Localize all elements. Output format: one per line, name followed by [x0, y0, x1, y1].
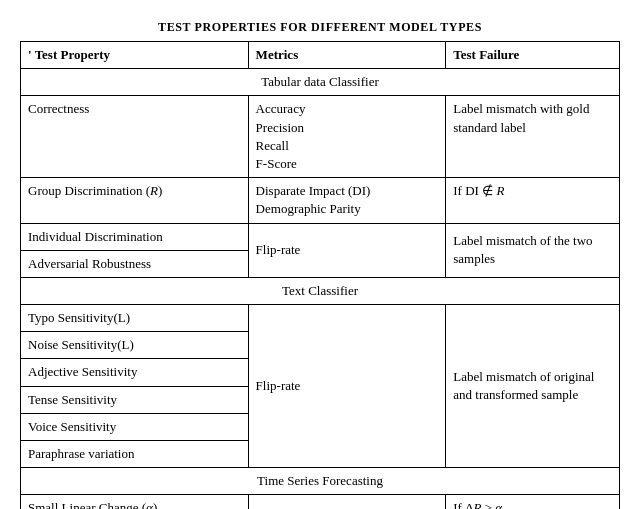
property-group-discrimination: Group Discrimination (R): [21, 178, 249, 223]
section-tabular: Tabular data Classifier: [21, 69, 620, 96]
table-title: Test Properties for Different Model Type…: [20, 20, 620, 35]
property-tense: Tense Sensitivity: [21, 386, 249, 413]
property-typo: Typo Sensitivity(L): [21, 305, 249, 332]
metrics-group-discrimination: Disparate Impact (DI)Demographic Parity: [248, 178, 446, 223]
table-row: Correctness AccuracyPrecisionRecallF-Sco…: [21, 96, 620, 178]
table-row: Individual Discrimination Flip-rate Labe…: [21, 223, 620, 250]
metrics-individual-adversarial: Flip-rate: [248, 223, 446, 277]
property-adjective: Adjective Sensitivity: [21, 359, 249, 386]
table-body: Tabular data Classifier Correctness Accu…: [21, 69, 620, 509]
failure-individual-adversarial: Label mismatch of the two samples: [446, 223, 620, 277]
section-tabular-label: Tabular data Classifier: [21, 69, 620, 96]
failure-small-linear: If ΔR > α: [446, 495, 620, 509]
failure-group-discrimination: If DI ∉ R: [446, 178, 620, 223]
header-metrics: Metrics: [248, 42, 446, 69]
header-failure: Test Failure: [446, 42, 620, 69]
section-text-label: Text Classifier: [21, 277, 620, 304]
failure-correctness: Label mismatch with gold standard label: [446, 96, 620, 178]
property-paraphrase: Paraphrase variation: [21, 441, 249, 468]
property-voice: Voice Sensitivity: [21, 413, 249, 440]
section-text: Text Classifier: [21, 277, 620, 304]
property-small-linear: Small Linear Change (α): [21, 495, 249, 509]
failure-text: Label mismatch of original and transform…: [446, 305, 620, 468]
section-timeseries: Time Series Forecasting: [21, 468, 620, 495]
table-row: Typo Sensitivity(L) Flip-rate Label mism…: [21, 305, 620, 332]
metrics-correctness: AccuracyPrecisionRecallF-Score: [248, 96, 446, 178]
metrics-text: Flip-rate: [248, 305, 446, 468]
table-row: Group Discrimination (R) Disparate Impac…: [21, 178, 620, 223]
property-noise: Noise Sensitivity(L): [21, 332, 249, 359]
property-individual: Individual Discrimination: [21, 223, 249, 250]
table-row: Small Linear Change (α) RMSE change (ΔR)…: [21, 495, 620, 509]
property-correctness: Correctness: [21, 96, 249, 178]
header-property: ' Test Property: [21, 42, 249, 69]
metrics-timeseries: RMSE change (ΔR): [248, 495, 446, 509]
property-adversarial: Adversarial Robustness: [21, 250, 249, 277]
page-container: Test Properties for Different Model Type…: [20, 20, 620, 509]
main-table: ' Test Property Metrics Test Failure Tab…: [20, 41, 620, 509]
section-timeseries-label: Time Series Forecasting: [21, 468, 620, 495]
